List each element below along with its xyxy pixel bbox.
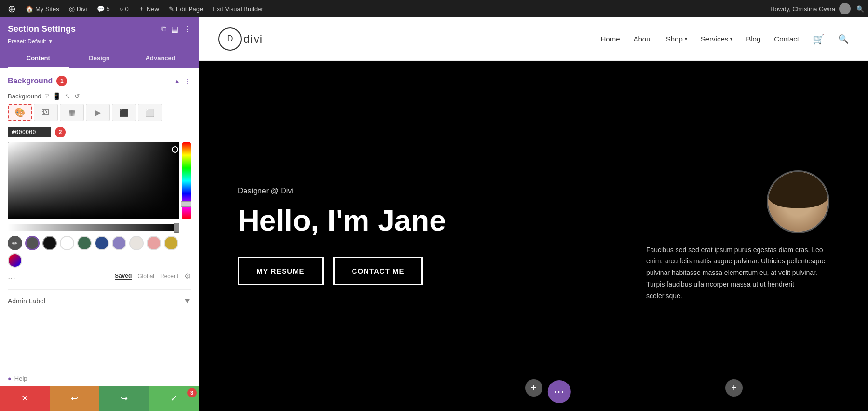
exit-builder-item[interactable]: Exit Visual Builder [209,0,267,17]
alpha-thumb[interactable] [174,223,179,233]
swatch-pencil[interactable]: ✏ [8,236,22,250]
new-item[interactable]: ＋ New [135,0,163,17]
howdy-text: Howdy, Christina Gwira [770,5,835,13]
comments-item[interactable]: 💬 5 [93,0,114,17]
swatch-dark-gray[interactable] [25,236,40,250]
bg-type-mask[interactable]: ⬜ [138,104,162,121]
bg-more-icon[interactable]: ⋯ [84,92,91,100]
search-icon[interactable]: 🔍 [856,5,864,13]
color-input-row: #000000 2 [8,127,191,137]
plus-icon: ＋ [138,4,145,13]
bg-type-pattern[interactable]: ⬛ [112,104,136,121]
swatch-gold[interactable] [164,236,178,250]
tab-advanced[interactable]: Advanced [130,50,191,68]
video-icon: ▶ [95,108,101,117]
hero-left: Designer @ Divi Hello, I'm Jane MY RESUM… [238,187,627,285]
my-sites-item[interactable]: 🏠 My Sites [22,0,63,17]
admin-label-chevron[interactable]: ▼ [183,297,191,305]
bg-reset-icon[interactable]: ↺ [74,92,80,100]
swatch-white[interactable] [60,236,74,250]
bg-type-image[interactable]: 🖼 [34,104,58,121]
nav-contact[interactable]: Contact [774,35,799,43]
user-avatar[interactable] [839,3,851,14]
admin-label-section[interactable]: Admin Label ▼ [8,289,191,312]
image-icon: 🖼 [42,108,50,117]
contact-button[interactable]: CONTACT ME [333,257,423,285]
tab-design[interactable]: Design [69,50,130,68]
tab-content[interactable]: Content [8,50,69,68]
hue-slider[interactable] [182,142,191,219]
bubble-item[interactable]: ○ 0 [116,0,133,17]
swatch-more-btn[interactable]: ⋯ [8,274,15,283]
alpha-slider[interactable] [8,224,179,231]
edit-page-item[interactable]: ✎ Edit Page [165,0,207,17]
cancel-button[interactable]: ✕ [0,386,50,411]
swatch-dark-blue[interactable] [95,236,109,250]
color-swatch-icon: 🎨 [14,107,25,118]
logo-letter: D [227,34,233,44]
bg-help-icon[interactable]: ? [45,92,49,100]
bg-cursor-icon[interactable]: ↖ [65,92,70,100]
nav-blog[interactable]: Blog [746,35,760,43]
badge-1: 1 [56,76,67,86]
nav-home[interactable]: Home [600,35,620,43]
wp-icon: ⊕ [8,3,16,14]
panel-title: Section Settings [8,24,76,34]
panel-preset[interactable]: Preset: Default ▼ [8,38,191,50]
color-canvas[interactable] [8,142,191,219]
undo-button[interactable]: ↩ [50,386,99,411]
site-logo[interactable]: D divi [218,27,263,51]
collapse-arrow[interactable]: ▲ [174,77,180,85]
swatch-tab-recent[interactable]: Recent [160,273,178,280]
nav-search-icon[interactable]: 🔍 [838,34,849,44]
panel-body: Background 1 ▲ ⋮ Background ? 📱 ↖ ↺ ⋯ [0,68,199,386]
bg-type-color[interactable]: 🎨 [8,104,32,121]
nav-about[interactable]: About [633,35,652,43]
expand-icon[interactable]: ▤ [171,25,178,34]
color-hex-input[interactable]: #000000 [8,127,51,137]
swatch-tab-saved[interactable]: Saved [115,273,132,280]
swatch-black[interactable] [42,236,57,250]
bg-type-gradient[interactable]: ▦ [60,104,84,121]
nav-shop[interactable]: Shop ▾ [666,35,687,43]
swatch-pink[interactable] [147,236,161,250]
bg-device-icon[interactable]: 📱 [53,92,61,100]
background-section-title: Background 1 [8,76,67,86]
swatch-tab-global[interactable]: Global [137,273,154,280]
help-icon: ● [8,375,12,382]
confirm-button[interactable]: ✓ 3 [149,386,199,411]
fab-button[interactable]: ⋯ [547,380,570,403]
admin-bar-right: Howdy, Christina Gwira 🔍 [770,3,864,14]
swatch-beige[interactable] [129,236,144,250]
site-preview: D divi Home About Shop ▾ Services ▾ Blog… [199,17,868,411]
nav-cart-icon[interactable]: 🛒 [813,33,825,45]
menu-icon[interactable]: ⋮ [183,25,191,34]
divi-icon: ◎ [69,5,75,13]
admin-label-title: Admin Label [8,297,45,305]
badge-3: 3 [187,388,197,397]
help-row[interactable]: ● Help [8,375,27,382]
swatch-purple[interactable] [112,236,126,250]
hue-slider-thumb[interactable] [181,201,191,207]
resume-button[interactable]: MY RESUME [238,257,324,285]
swatch-dark-green[interactable] [77,236,92,250]
pencil-icon: ✎ [169,5,174,13]
bg-type-video[interactable]: ▶ [86,104,110,121]
hero-title: Hello, I'm Jane [238,203,627,237]
collapse-icon[interactable]: ⧉ [161,25,166,34]
color-picker-cursor[interactable] [172,146,178,153]
swatch-tabs: Saved Global Recent ⚙ [115,272,191,281]
swatch-multi[interactable] [8,253,22,268]
redo-button[interactable]: ↪ [99,386,149,411]
panel-footer: ✕ ↩ ↪ ✓ 3 [0,386,199,411]
swatch-gear-icon[interactable]: ⚙ [184,272,191,281]
nav-services[interactable]: Services ▾ [701,35,733,43]
section-arrows: ▲ ⋮ [174,77,191,85]
divi-item[interactable]: ◎ Divi [65,0,91,17]
add-row-button-1[interactable]: + [525,379,542,397]
help-text: Help [14,375,27,382]
section-menu[interactable]: ⋮ [184,77,191,85]
home-icon: 🏠 [26,5,33,13]
wp-logo-item[interactable]: ⊕ [4,0,20,17]
add-row-button-2[interactable]: + [725,379,743,397]
